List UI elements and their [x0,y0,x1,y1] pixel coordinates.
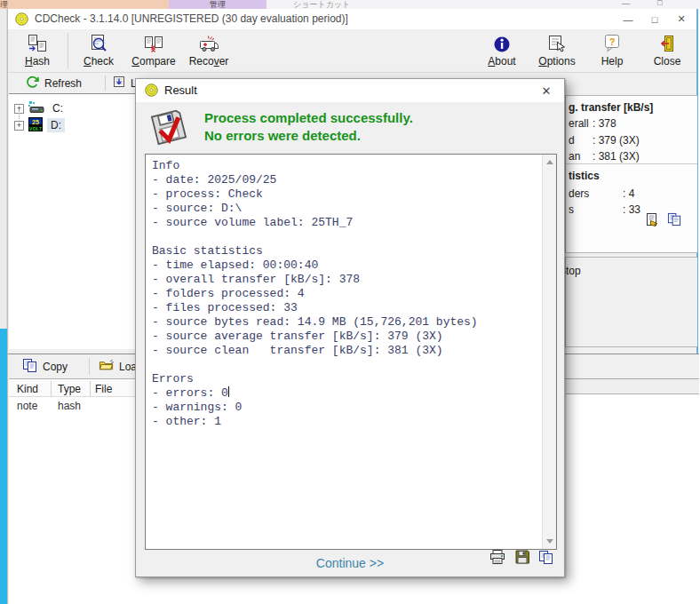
column-header-type[interactable]: Type [58,381,81,397]
options-label: Options [538,55,575,68]
report-line: Info [152,159,538,173]
compare-button[interactable]: Compare [130,31,178,71]
statistics-panel: g. transfer [kB/s] erall: 378 d: 379 (3X… [565,95,697,253]
report-line: - process: Check [152,187,538,202]
right-bottom-panel [566,393,699,604]
load-list-button[interactable]: L [113,76,137,91]
about-button[interactable]: About [478,31,526,71]
dialog-result-header: Process completed successfully. No error… [137,102,564,154]
maximize-button[interactable]: □ [641,9,668,29]
svg-text:25: 25 [32,118,39,124]
view-report-icon[interactable] [645,212,659,226]
open-folder-icon [99,359,114,374]
right-toolbar-band [566,378,699,393]
recover-label: Recover [189,55,229,68]
stat-row-files: s: 33 [569,203,574,216]
toolbar-separator [68,33,68,68]
column-header-file[interactable]: File [95,381,112,397]
report-line: - date: 2025/09/25 [152,173,538,187]
column-divider[interactable] [90,381,91,397]
report-text: Info- date: 2025/09/25- process: Check- … [152,159,538,429]
column-divider[interactable] [51,381,52,397]
cd-disc-icon [15,12,28,28]
help-label: Help [601,55,624,68]
report-line: - source average transfer [kB/s]: 379 (3… [152,330,538,344]
stat-row-read: d: 379 (3X) [569,134,575,147]
progress-group-panel [565,257,697,347]
check-button[interactable]: Check [75,31,123,71]
about-label: About [488,55,515,68]
cd-disc-icon [145,83,158,99]
exit-door-icon [659,34,675,53]
main-toolbar: Hash Check Compare Recover [8,29,696,73]
save-report-icon[interactable] [514,549,530,565]
report-line: - folders processed: 4 [152,287,538,301]
background-tab-manage[interactable]: 管理 [169,0,266,9]
background-app-strip: 理 管理 ショートカット — □ [0,0,700,9]
tree-item-drive-d[interactable]: + 25VOL7 D: [14,117,65,133]
window-title: CDCheck - 3.1.14.0 [UNREGISTERED (30 day… [35,9,348,29]
list-download-icon [113,76,125,91]
report-line: - source bytes read: 14.9 MB (15,726,201… [152,315,538,330]
compare-label: Compare [131,55,175,68]
report-line: - files processed: 33 [152,301,538,315]
close-window-button[interactable]: ✕ [668,9,695,29]
tree-item-drive-c[interactable]: + C: [14,100,67,116]
text-caret [228,386,229,397]
success-message-line2: No errors were detected. [204,127,413,145]
help-button[interactable]: ? Help [588,31,636,71]
report-line: - source: D:\ [152,202,538,216]
report-line [152,230,538,244]
background-minimize-glyph[interactable]: — [622,0,630,8]
report-textbox[interactable]: Info- date: 2025/09/25- process: Check- … [145,154,557,550]
background-left-edge [0,9,7,329]
tree-label-d[interactable]: D: [47,118,65,132]
report-line: - source clean transfer [kB/s]: 381 (3X) [152,344,538,358]
window-titlebar[interactable]: CDCheck - 3.1.14.0 [UNREGISTERED (30 day… [8,9,696,29]
hash-icon [28,34,47,53]
tree-label-c[interactable]: C: [49,101,67,115]
report-line: - other: 1 [152,415,538,429]
copy-button[interactable]: Copy [22,358,68,376]
recover-button[interactable]: Recover [185,31,233,71]
table-cell: hash [58,399,81,414]
table-cell: note [17,399,37,414]
scroll-down-icon[interactable] [546,539,553,544]
cd-volume-icon: 25VOL7 [28,117,43,134]
minimize-button[interactable]: — [615,9,641,29]
refresh-button[interactable]: Refresh [26,76,82,91]
toolbar-separator [105,76,106,91]
report-line [152,358,538,372]
report-scrollbar[interactable] [542,155,556,549]
report-line: - errors: 0 [152,386,538,401]
close-app-button[interactable]: Close [643,31,691,71]
svg-text:VOL7: VOL7 [29,125,42,131]
report-line: - overall transfer [kB/s]: 378 [152,273,538,287]
compare-icon [144,34,163,53]
scroll-up-icon[interactable] [546,160,553,164]
help-icon: ? [603,34,621,53]
copy-pages-icon [22,358,37,376]
report-line: - time elapsed: 00:00:40 [152,258,538,273]
check-icon [89,34,108,53]
dialog-titlebar[interactable]: Result ✕ [136,79,564,102]
check-label: Check [84,55,114,68]
column-header-kind[interactable]: Kind [17,381,38,397]
copy-report-icon[interactable] [538,550,553,565]
background-tab-shortcut[interactable]: ショートカット [293,0,418,9]
copy-stats-icon[interactable] [667,212,681,226]
load-button[interactable]: Loa [99,359,137,374]
print-report-icon[interactable] [489,549,506,565]
options-button[interactable]: Options [533,31,581,71]
close-app-label: Close [654,55,681,68]
svg-text:?: ? [609,36,616,47]
background-edge-text: 理 [0,0,169,9]
background-maximize-glyph[interactable]: □ [657,0,662,7]
stat-row-folders: ders: 4 [569,187,589,200]
report-line: - warnings: 0 [152,401,538,415]
expand-plus-icon[interactable]: + [14,121,24,131]
report-line: Errors [152,372,538,386]
hash-button[interactable]: Hash [13,31,61,71]
dialog-title: Result [164,79,197,102]
dialog-close-button[interactable]: ✕ [536,82,557,99]
